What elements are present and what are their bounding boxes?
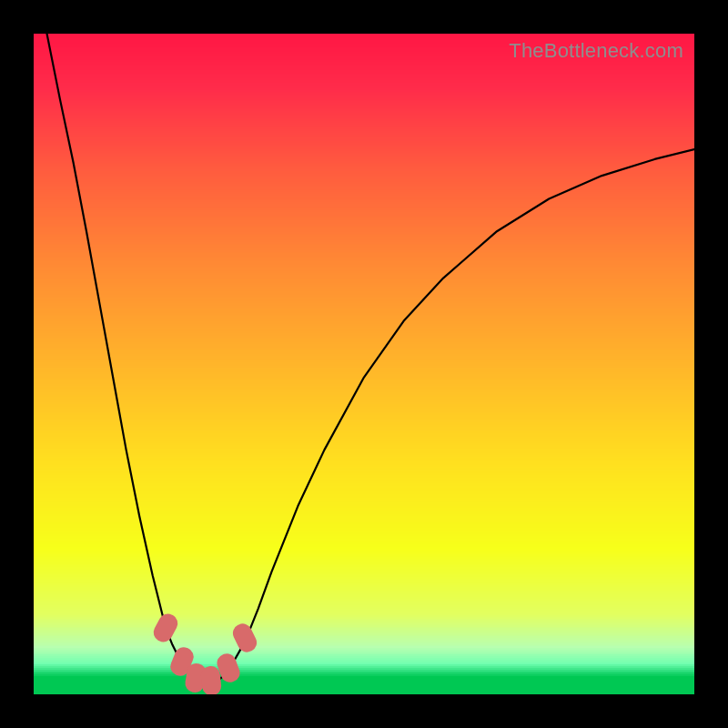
- bottleneck-curve: [34, 34, 694, 694]
- plot-area: TheBottleneck.com: [34, 34, 694, 694]
- watermark-text: TheBottleneck.com: [509, 39, 683, 63]
- chart-frame: TheBottleneck.com: [0, 0, 728, 728]
